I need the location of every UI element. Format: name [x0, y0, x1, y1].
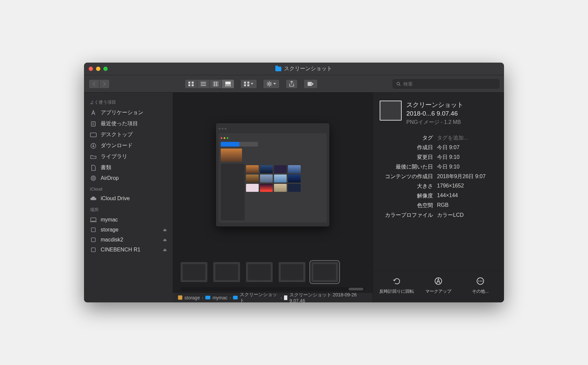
path-segment[interactable]: storage: [178, 295, 200, 300]
drive-icon: [178, 295, 182, 300]
forward-button[interactable]: [99, 79, 110, 89]
sidebar-item-label: mymac: [101, 217, 118, 223]
minimize-button[interactable]: [96, 67, 100, 71]
eject-icon[interactable]: ⏏: [163, 247, 167, 252]
sidebar-item-documents[interactable]: 書類: [84, 162, 173, 173]
markup-button[interactable]: マークアップ: [420, 276, 457, 294]
sidebar-item-label: 最近使った項目: [101, 120, 138, 127]
titlebar: スクリーンショット: [84, 63, 504, 75]
sidebar-item-label: AirDrop: [101, 175, 119, 181]
info-key-colorprofile: カラープロファイル: [380, 212, 433, 219]
info-value: 144×144: [437, 192, 497, 199]
svg-rect-42: [91, 238, 95, 242]
folder-icon: [275, 67, 281, 71]
more-icon: [476, 276, 485, 286]
sidebar-item-macdisk2[interactable]: macdisk2 ⏏: [84, 235, 173, 245]
sidebar-item-mymac[interactable]: mymac: [84, 215, 173, 225]
downloads-icon: [90, 143, 97, 149]
sidebar-item-library[interactable]: ライブラリ: [84, 151, 173, 162]
svg-point-28: [397, 82, 400, 85]
toolbar: [84, 75, 504, 93]
sidebar-item-airdrop[interactable]: AirDrop: [84, 173, 173, 183]
search-icon: [396, 82, 401, 86]
view-mode-group: [185, 79, 234, 89]
path-segment[interactable]: スクリーンショット 2018-09-26 9.07.46: [284, 292, 367, 303]
back-button[interactable]: [89, 79, 99, 89]
svg-rect-43: [91, 248, 95, 252]
svg-rect-3: [192, 84, 194, 86]
eject-icon[interactable]: ⏏: [163, 237, 167, 242]
thumbnail-item[interactable]: [246, 262, 273, 282]
svg-rect-10: [225, 82, 231, 85]
more-button[interactable]: その他...: [462, 276, 499, 294]
info-key-created: 作成日: [380, 144, 433, 151]
disk-icon: [90, 237, 97, 243]
quick-actions: 反時計回りに回転 マークアップ その他...: [373, 271, 504, 302]
cloud-icon: [90, 195, 97, 201]
svg-rect-14: [244, 82, 246, 84]
thumbnail-item[interactable]: [213, 262, 240, 282]
sidebar-item-label: アプリケーション: [101, 109, 143, 116]
info-filename: スクリーンショット: [406, 101, 463, 109]
svg-rect-39: [91, 218, 96, 221]
thumbnail-item-selected[interactable]: [311, 262, 338, 282]
columns-icon: [213, 82, 218, 86]
info-key-dimensions: 大きさ: [380, 183, 433, 190]
info-value: 2018年9月26日 9:07: [437, 173, 497, 180]
sidebar-item-label: ダウンロード: [101, 142, 133, 149]
markup-icon: [434, 276, 443, 286]
path-segment[interactable]: スクリーンショット: [233, 292, 278, 303]
view-gallery-button[interactable]: [222, 79, 234, 89]
view-list-button[interactable]: [197, 79, 209, 89]
sidebar-item-label: ライブラリ: [101, 153, 127, 160]
gallery-icon: [225, 82, 231, 86]
svg-line-25: [267, 85, 268, 86]
sidebar-item-icloud-drive[interactable]: iCloud Drive: [84, 193, 173, 203]
svg-rect-8: [215, 82, 216, 86]
recents-icon: [90, 121, 97, 127]
chevron-right-icon: [103, 82, 106, 86]
info-key-resolution: 解像度: [380, 192, 433, 199]
svg-line-23: [267, 82, 268, 83]
folder-icon: [233, 296, 238, 299]
chevron-down-icon: [251, 83, 253, 85]
share-button[interactable]: [286, 79, 298, 89]
info-tags-field[interactable]: タグを追加...: [437, 135, 497, 142]
svg-point-47: [480, 281, 481, 282]
applications-icon: [90, 110, 97, 116]
eject-icon[interactable]: ⏏: [163, 227, 167, 232]
scrollbar[interactable]: [181, 287, 365, 291]
file-icon: [284, 295, 287, 300]
arrange-button[interactable]: [240, 79, 257, 89]
thumbnail-item[interactable]: [181, 262, 207, 282]
sidebar-item-storage[interactable]: storage ⏏: [84, 225, 173, 235]
sidebar-item-applications[interactable]: アプリケーション: [84, 107, 173, 118]
search-field[interactable]: [393, 79, 499, 89]
svg-line-29: [399, 85, 400, 86]
info-details: タグ タグを追加... 作成日 今日 9:07 変更日 今日 9:10 最後に開…: [373, 129, 504, 224]
svg-rect-16: [244, 84, 246, 86]
thumbnail-strip[interactable]: [173, 257, 373, 287]
info-value: 今日 9:10: [437, 164, 497, 171]
path-bar: storage › mymac › スクリーンショット › スクリーンショット …: [173, 292, 373, 302]
sidebar: よく使う項目 アプリケーション 最近使った項目 デスクトップ ダウンロード ライ…: [84, 93, 173, 302]
rotate-ccw-button[interactable]: 反時計回りに回転: [378, 276, 415, 294]
sidebar-item-cinebench[interactable]: CINEBENCH R1 ⏏: [84, 245, 173, 255]
svg-point-46: [478, 281, 479, 282]
sidebar-item-desktop[interactable]: デスクトップ: [84, 129, 173, 140]
view-icon-button[interactable]: [185, 79, 197, 89]
sidebar-item-downloads[interactable]: ダウンロード: [84, 140, 173, 151]
info-value: 1796×1652: [437, 183, 497, 190]
search-input[interactable]: [403, 81, 496, 87]
svg-rect-9: [217, 82, 218, 86]
action-button[interactable]: [263, 79, 280, 89]
tags-button[interactable]: [304, 79, 318, 89]
path-segment[interactable]: mymac: [205, 295, 227, 300]
thumbnail-item[interactable]: [279, 262, 305, 282]
svg-rect-11: [225, 85, 227, 86]
action-label: マークアップ: [425, 288, 451, 294]
sidebar-item-recents[interactable]: 最近使った項目: [84, 118, 173, 129]
zoom-button[interactable]: [103, 67, 108, 71]
close-button[interactable]: [89, 67, 93, 71]
view-column-button[interactable]: [209, 79, 222, 89]
